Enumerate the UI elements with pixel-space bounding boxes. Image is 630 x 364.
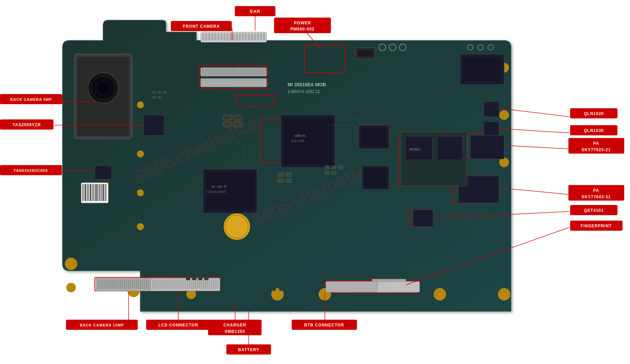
svg-rect-75 [256,105,258,107]
svg-rect-72 [242,105,244,107]
svg-rect-267 [152,91,156,93]
svg-rect-8 [208,33,210,40]
svg-rect-119 [95,184,96,201]
svg-rect-83 [144,115,164,135]
svg-rect-14 [227,33,228,40]
power-label-line1: POWER [294,21,311,25]
svg-rect-32 [210,69,212,75]
svg-rect-276 [332,171,336,175]
svg-point-89 [65,258,77,270]
svg-rect-187 [175,279,176,289]
svg-rect-152 [116,279,117,289]
svg-rect-47 [251,69,252,75]
svg-line-231 [504,145,569,149]
svg-rect-155 [122,279,123,289]
svg-rect-280 [286,179,292,183]
svg-rect-150 [112,279,113,289]
svg-rect-282 [365,168,386,187]
svg-text:4G 64G M: 4G 64G M [211,185,226,188]
svg-rect-168 [148,279,149,289]
svg-rect-125 [103,184,104,201]
svg-point-217 [272,288,276,291]
svg-rect-78 [270,105,273,107]
svg-rect-116 [92,184,92,201]
svg-rect-79 [223,115,232,120]
svg-rect-22 [251,33,253,40]
svg-rect-24 [257,33,259,40]
svg-point-95 [434,288,446,300]
svg-rect-179 [158,279,159,289]
tas2559yzr-label: TAS2559YZR [13,122,41,127]
svg-rect-160 [132,279,133,289]
back-camera-12mp-label: BACK CAMERA 12MP [80,323,124,327]
svg-point-218 [279,288,283,291]
svg-point-96 [498,288,510,300]
svg-rect-272 [325,166,330,169]
svg-rect-194 [189,279,190,289]
svg-rect-204 [209,279,210,289]
svg-rect-29 [202,69,204,75]
svg-rect-200 [201,279,202,289]
lcd-connector-label: LCD CONNECTOR [158,323,198,327]
fingerprint-label: FINGERPRINT [581,224,612,228]
svg-rect-45 [246,69,247,75]
svg-rect-206 [213,279,214,289]
front-camera-label: FRONT CAMERA [183,24,220,29]
charger-label-line2: SMB1350 [225,329,245,334]
svg-rect-213 [198,277,202,280]
svg-rect-21 [248,33,250,40]
svg-rect-10 [215,33,216,40]
ear-label: EAR [250,9,260,14]
charger-label-line1: CHARGER [223,323,246,327]
svg-text:2H850F: 2H850F [84,204,92,207]
svg-rect-71 [237,105,240,107]
svg-rect-212 [192,277,196,280]
pa-sky77925-label-line2: SKY77925-21 [582,147,611,152]
svg-rect-115 [90,184,91,201]
svg-rect-184 [168,279,170,289]
svg-rect-189 [179,279,180,289]
svg-rect-126 [105,184,105,201]
back-camera-5mp-label: BACK CAMERA 5MP [10,97,52,101]
svg-rect-110 [84,184,84,201]
svg-rect-18 [239,33,241,40]
svg-rect-162 [136,279,137,289]
svg-rect-51 [262,69,263,75]
svg-rect-164 [140,279,141,289]
battery-label: BATTERY [238,347,259,352]
svg-point-215 [259,288,262,291]
svg-rect-279 [277,179,284,183]
svg-rect-19 [242,33,244,40]
svg-rect-122 [99,184,100,201]
svg-text:MI 35010EA MOB: MI 35010EA MOB [288,82,326,87]
diagram-svg: SDM636 QUALCOMM 4G 64G M 52 [0,0,630,364]
svg-rect-186 [173,279,174,289]
svg-rect-41 [235,69,236,75]
fan53526uc00x-label: FAN53526UC00X [14,168,48,173]
svg-rect-159 [130,279,131,289]
pa-sky77643-label-line2: SKY77643-31 [582,195,611,199]
svg-rect-13 [224,33,225,40]
svg-rect-141 [361,128,386,146]
svg-rect-143 [97,279,98,289]
svg-rect-207 [215,279,216,289]
svg-text:QUALCOMM: QUALCOMM [291,140,304,143]
svg-rect-30 [205,69,206,75]
svg-rect-118 [94,184,94,201]
svg-rect-127 [106,184,106,201]
svg-rect-25 [260,33,262,40]
svg-point-220 [293,288,296,291]
svg-rect-274 [338,166,343,169]
svg-point-101 [137,151,144,157]
svg-rect-277 [277,173,284,177]
svg-rect-197 [195,279,196,289]
svg-rect-42 [238,69,239,75]
btb-connector-label: BTB CONNECTOR [304,323,344,327]
svg-rect-149 [110,279,111,289]
svg-rect-33 [213,69,215,75]
svg-rect-178 [156,279,157,289]
svg-rect-20 [245,33,247,40]
svg-rect-151 [114,279,115,289]
svg-point-90 [66,283,76,292]
svg-rect-40 [232,69,233,75]
